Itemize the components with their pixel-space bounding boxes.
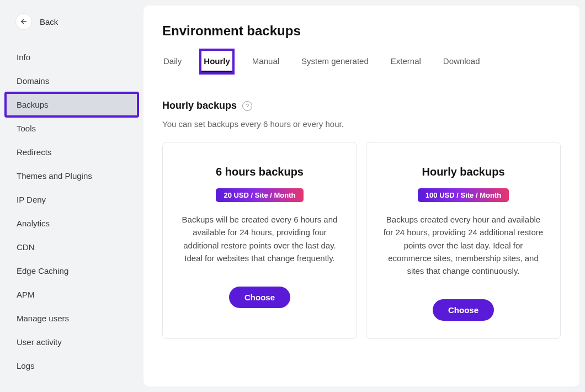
sidebar-item-domains[interactable]: Domains (6, 69, 138, 93)
plan-card-6-hours: 6 hours backups 20 USD / Site / Month Ba… (162, 142, 357, 339)
tab-daily[interactable]: Daily (162, 52, 183, 71)
back-button[interactable] (15, 13, 32, 30)
price-badge: 100 USD / Site / Month (418, 188, 509, 202)
sidebar-item-themes-and-plugins[interactable]: Themes and Plugins (6, 164, 138, 188)
choose-button[interactable]: Choose (433, 299, 494, 321)
back-link[interactable]: Back (6, 6, 138, 45)
section-header: Hourly backups ? (162, 100, 561, 112)
sidebar-item-backups[interactable]: Backups (6, 93, 138, 116)
sidebar-item-user-activity[interactable]: User activity (6, 330, 138, 354)
tab-external[interactable]: External (390, 52, 422, 71)
section-title: Hourly backups (162, 100, 237, 112)
arrow-left-icon (20, 18, 28, 25)
sidebar-item-ip-deny[interactable]: IP Deny (6, 188, 138, 211)
plan-title: Hourly backups (422, 166, 504, 178)
plan-title: 6 hours backups (216, 166, 304, 178)
sidebar-item-tools[interactable]: Tools (6, 116, 138, 140)
help-icon[interactable]: ? (242, 101, 252, 111)
sidebar-item-logs[interactable]: Logs (6, 354, 138, 378)
sidebar-item-info[interactable]: Info (6, 45, 138, 69)
plan-description: Backups created every hour and available… (382, 213, 545, 277)
plan-description: Backups will be created every 6 hours an… (178, 213, 341, 264)
main-panel: Environment backups Daily Hourly Manual … (143, 6, 579, 386)
tabs: Daily Hourly Manual System generated Ext… (162, 52, 561, 71)
sidebar-item-analytics[interactable]: Analytics (6, 211, 138, 235)
tab-download[interactable]: Download (442, 52, 481, 71)
nav-list: Info Domains Backups Tools Redirects The… (6, 45, 138, 378)
back-label: Back (40, 17, 58, 27)
choose-button[interactable]: Choose (229, 287, 290, 308)
plan-cards: 6 hours backups 20 USD / Site / Month Ba… (162, 142, 561, 339)
sidebar-item-apm[interactable]: APM (6, 283, 138, 306)
price-badge: 20 USD / Site / Month (216, 188, 303, 202)
section-description: You can set backups every 6 hours or eve… (162, 119, 561, 129)
tab-system-generated[interactable]: System generated (300, 52, 370, 71)
sidebar-item-cdn[interactable]: CDN (6, 235, 138, 259)
tab-hourly[interactable]: Hourly (203, 52, 231, 71)
plan-card-hourly: Hourly backups 100 USD / Site / Month Ba… (366, 142, 561, 339)
sidebar-item-manage-users[interactable]: Manage users (6, 306, 138, 330)
tab-manual[interactable]: Manual (251, 52, 280, 71)
sidebar-item-redirects[interactable]: Redirects (6, 140, 138, 164)
sidebar-item-edge-caching[interactable]: Edge Caching (6, 259, 138, 283)
sidebar: Back Info Domains Backups Tools Redirect… (0, 0, 143, 392)
page-title: Environment backups (162, 23, 561, 39)
